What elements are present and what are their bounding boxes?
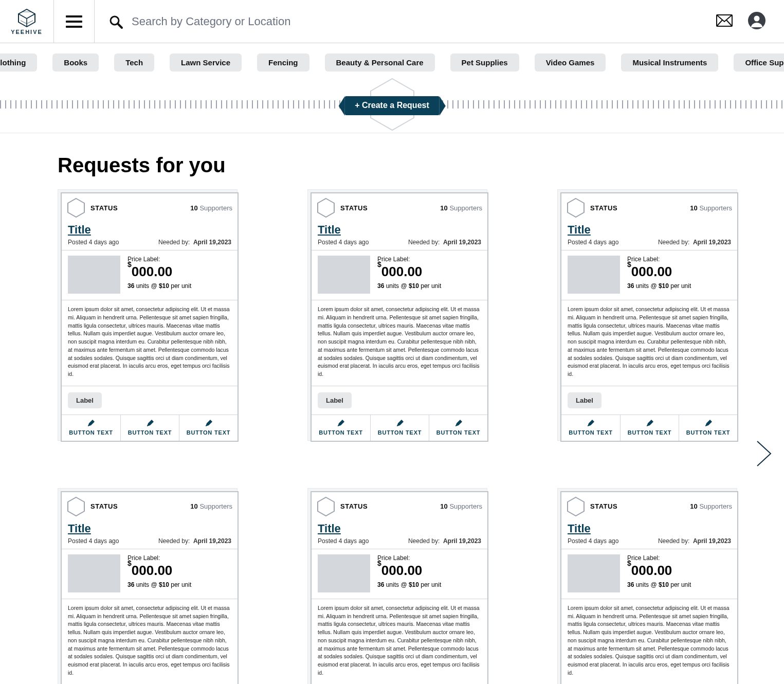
supporters-count: 10 Supporters xyxy=(690,502,732,510)
category-chip[interactable]: Clothing xyxy=(0,53,37,71)
svg-line-5 xyxy=(118,24,122,28)
brand-name: YEEHIVE xyxy=(11,29,43,35)
card-title-link[interactable]: Title xyxy=(318,223,341,237)
card-title-link[interactable]: Title xyxy=(318,522,341,535)
price-block: Price Label:$000.0036 units @ $10 per un… xyxy=(377,256,441,294)
card-description: Lorem ipsum dolor sit amet, consectetur … xyxy=(312,599,487,684)
card-header: STATUS10 Supporters xyxy=(561,193,737,222)
card-title-link[interactable]: Title xyxy=(568,223,591,237)
card-description: Lorem ipsum dolor sit amet, consectetur … xyxy=(561,300,737,386)
chevron-right-icon xyxy=(755,439,773,468)
category-chip[interactable]: Beauty & Personal Care xyxy=(325,53,435,71)
card-title-link[interactable]: Title xyxy=(68,522,91,535)
thumbnail-placeholder xyxy=(568,256,620,294)
card-action-button[interactable]: BUTTON TEXT xyxy=(62,415,120,441)
svg-rect-2 xyxy=(66,21,82,23)
tag-chip[interactable]: Label xyxy=(318,392,352,408)
card-action-button[interactable]: BUTTON TEXT xyxy=(679,415,737,441)
price-block: Price Label:$000.0036 units @ $10 per un… xyxy=(627,256,691,294)
card-header: STATUS10 Supporters xyxy=(561,492,737,521)
card-description: Lorem ipsum dolor sit amet, consectetur … xyxy=(62,599,238,684)
card-header: STATUS10 Supporters xyxy=(312,193,487,222)
card-header: STATUS10 Supporters xyxy=(312,492,487,521)
account-button[interactable] xyxy=(748,12,765,31)
card-title-link[interactable]: Title xyxy=(568,522,591,535)
card-action-button[interactable]: BUTTON TEXT xyxy=(179,415,238,441)
tag-chip[interactable]: Label xyxy=(568,392,601,408)
category-chip[interactable]: Pet Supplies xyxy=(450,53,519,71)
pencil-icon xyxy=(396,419,404,427)
status-label: STATUS xyxy=(590,502,617,510)
card-action-button[interactable]: BUTTON TEXT xyxy=(120,415,179,441)
posted-date: Posted 4 days ago xyxy=(318,537,369,545)
category-chip[interactable]: Books xyxy=(52,53,99,71)
needed-by: Needed by: April 19,2023 xyxy=(658,239,731,246)
hexagon-icon xyxy=(317,197,335,218)
posted-date: Posted 4 days ago xyxy=(318,239,369,246)
card-description: Lorem ipsum dolor sit amet, consectetur … xyxy=(312,300,487,386)
card-action-button[interactable]: BUTTON TEXT xyxy=(620,415,679,441)
request-card: STATUS10 SupportersTitlePosted 4 days ag… xyxy=(61,192,239,442)
hexagon-icon xyxy=(67,496,85,517)
svg-marker-14 xyxy=(68,497,84,516)
request-card: STATUS10 SupportersTitlePosted 4 days ag… xyxy=(560,192,738,442)
needed-by: Needed by: April 19,2023 xyxy=(158,537,231,545)
pencil-icon xyxy=(587,419,595,427)
card-subheader: TitlePosted 4 days agoNeeded by: April 1… xyxy=(62,222,238,250)
card-description: Lorem ipsum dolor sit amet, consectetur … xyxy=(62,300,238,386)
category-chip[interactable]: Fencing xyxy=(257,53,309,71)
pencil-icon xyxy=(205,419,213,427)
hexagon-icon xyxy=(317,496,335,517)
pencil-icon xyxy=(337,419,345,427)
cards-region: STATUS10 SupportersTitlePosted 4 days ag… xyxy=(0,192,784,684)
top-header: YEEHIVE xyxy=(0,0,784,43)
category-chip[interactable]: Tech xyxy=(114,53,154,71)
thumbnail-placeholder xyxy=(318,256,370,294)
card-title-link[interactable]: Title xyxy=(68,223,91,237)
category-chip[interactable]: Lawn Service xyxy=(170,53,242,71)
hamburger-icon xyxy=(66,15,82,28)
status-label: STATUS xyxy=(90,204,118,212)
card-description: Lorem ipsum dolor sit amet, consectetur … xyxy=(561,599,737,684)
card-subheader: TitlePosted 4 days agoNeeded by: April 1… xyxy=(312,521,487,549)
supporters-count: 10 Supporters xyxy=(440,502,482,510)
request-card: STATUS10 SupportersTitlePosted 4 days ag… xyxy=(311,491,488,684)
category-chip[interactable]: Video Games xyxy=(535,53,606,71)
card-action-button[interactable]: BUTTON TEXT xyxy=(561,415,620,441)
search-input[interactable] xyxy=(131,14,698,29)
card-action-button[interactable]: BUTTON TEXT xyxy=(312,415,370,441)
messages-button[interactable] xyxy=(716,14,733,28)
pencil-icon xyxy=(87,419,95,427)
next-page-button[interactable] xyxy=(755,439,773,470)
thumbnail-placeholder xyxy=(68,554,120,592)
pencil-icon xyxy=(454,419,463,427)
supporters-count: 10 Supporters xyxy=(690,204,732,212)
card-subheader: TitlePosted 4 days agoNeeded by: April 1… xyxy=(62,521,238,549)
brand-logo[interactable]: YEEHIVE xyxy=(0,0,53,43)
svg-rect-3 xyxy=(66,26,82,28)
hexagon-icon xyxy=(67,197,85,218)
needed-by: Needed by: April 19,2023 xyxy=(408,239,481,246)
svg-marker-11 xyxy=(68,199,84,217)
create-request-button[interactable]: + Create a Request xyxy=(344,96,440,115)
hamburger-button[interactable] xyxy=(54,0,94,43)
request-card: STATUS10 SupportersTitlePosted 4 days ag… xyxy=(311,192,488,442)
price-block: Price Label:$000.0036 units @ $10 per un… xyxy=(377,554,441,592)
tag-chip[interactable]: Label xyxy=(68,392,102,408)
pencil-icon xyxy=(646,419,654,427)
category-chip[interactable]: Musical Instruments xyxy=(621,53,718,71)
pencil-icon xyxy=(146,419,154,427)
svg-marker-16 xyxy=(568,497,584,516)
pencil-icon xyxy=(704,419,713,427)
thumbnail-placeholder xyxy=(318,554,370,592)
header-actions xyxy=(698,12,784,31)
request-card: STATUS10 SupportersTitlePosted 4 days ag… xyxy=(61,491,239,684)
card-action-button[interactable]: BUTTON TEXT xyxy=(370,415,429,441)
card-action-button[interactable]: BUTTON TEXT xyxy=(429,415,487,441)
cube-icon xyxy=(16,8,37,28)
category-chip[interactable]: Office Supplies xyxy=(734,53,784,71)
status-label: STATUS xyxy=(90,502,118,510)
avatar-icon xyxy=(748,12,765,29)
ruler-section: + Create a Request xyxy=(0,77,784,133)
thumbnail-placeholder xyxy=(568,554,620,592)
